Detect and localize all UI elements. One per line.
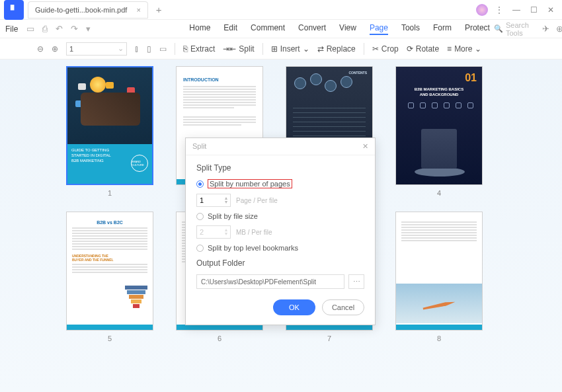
more-icon: ≡ [447,44,452,54]
thumb-number: 5 [108,334,112,342]
insert-button[interactable]: ⊞Insert⌄ [271,44,309,54]
output-folder-input[interactable]: C:\Users\ws\Desktop\PDFelement\Split [196,274,344,289]
extract-button[interactable]: ⎘Extract [183,44,215,54]
chevron-down-icon: ⌄ [118,44,124,53]
split-type-label: Split Type [196,163,364,173]
search-icon: 🔍 [494,24,503,33]
split-by-pages-radio[interactable]: Split by number of pages [196,179,364,188]
minimize-icon[interactable]: — [509,3,524,17]
page-thumbnail-8[interactable] [395,212,483,331]
page-thumbnail-4[interactable]: 01 B2B MARKETING BASICS AND BACKGROUND [395,66,483,185]
dialog-close-icon[interactable]: ✕ [362,142,368,151]
titlebar: ▘ Guide-to-getti...book-min.pdf × + ⋮ — … [0,0,562,20]
pages-number-input[interactable]: 1 ▴▾ [196,194,231,207]
thumb-number: 4 [437,189,441,197]
tab-home[interactable]: Home [189,23,210,35]
app-icon: ▘ [4,0,24,20]
tab-tools[interactable]: Tools [401,23,420,35]
close-tab-icon[interactable]: × [136,6,140,14]
insert-icon: ⊞ [271,44,278,54]
stepper-icon: ▴▾ [225,228,227,235]
close-window-icon[interactable]: ✕ [543,3,558,17]
cloud-icon[interactable]: ⊕ [556,24,562,34]
split-by-size-radio[interactable]: Split by file size [196,212,364,220]
chevron-down-icon: ⌄ [303,44,309,54]
fit-width-icon[interactable]: ⫿ [135,44,139,54]
print-icon[interactable]: ⎙ [40,24,50,34]
page-number-input[interactable]: 1 ⌄ [66,42,127,56]
menu-tabs: Home Edit Comment Convert View Page Tool… [189,23,490,35]
crop-button[interactable]: ✂Crop [372,44,399,54]
rotate-button[interactable]: ⟳Rotate [407,44,439,54]
kebab-icon[interactable]: ⋮ [492,3,506,17]
size-unit-label: MB / Per file [236,229,272,236]
output-folder-label: Output Folder [196,258,364,268]
send-icon[interactable]: ✈ [542,24,549,34]
radio-on-icon [196,180,204,188]
tab-view[interactable]: View [339,23,356,35]
page-toolbar: ⊖ ⊕ 1 ⌄ ⫿ ▯ ▭ ⎘Extract ⇥⇤Split ⊞Insert⌄ … [0,38,562,59]
ok-button[interactable]: OK [273,299,315,315]
radio-off-icon [196,245,204,252]
more-button[interactable]: ≡More⌄ [447,44,481,54]
undo-icon[interactable]: ↶ [54,24,65,34]
thumb-number: 6 [218,334,221,342]
split-icon: ⇥⇤ [223,44,236,54]
page-thumbnail-1[interactable]: GUIDE TO GETTING STARTED IN DIGITAL B2B … [66,66,153,185]
tab-page[interactable]: Page [370,23,388,35]
chevron-down-icon: ⌄ [475,44,481,54]
browse-folder-button[interactable]: ⋯ [348,274,364,289]
dialog-title: Split [192,142,206,151]
extract-icon: ⎘ [183,44,188,54]
replace-icon: ⇄ [317,44,324,54]
search-placeholder: Search Tools [506,21,529,37]
dropdown-icon[interactable]: ▾ [84,24,93,34]
document-tab[interactable]: Guide-to-getti...book-min.pdf × [28,1,148,19]
rotate-icon: ⟳ [407,44,413,54]
cancel-button[interactable]: Cancel [322,299,364,315]
tab-comment[interactable]: Comment [251,23,285,35]
radio-off-icon [196,213,204,220]
file-menu[interactable]: File [5,24,18,34]
tab-protect[interactable]: Protect [465,23,490,35]
user-avatar[interactable] [476,4,488,16]
split-dialog: Split ✕ Split Type Split by number of pa… [185,137,376,325]
thumb-number: 1 [108,189,112,197]
replace-button[interactable]: ⇄Replace [317,44,356,54]
split-by-bookmarks-radio[interactable]: Split by top level bookmarks [196,244,364,252]
split-by-bookmarks-label: Split by top level bookmarks [208,244,298,252]
tab-form[interactable]: Form [433,23,452,35]
split-by-pages-label: Split by number of pages [208,179,292,188]
single-page-icon[interactable]: ▭ [159,44,167,54]
zoom-in-icon[interactable]: ⊕ [52,44,58,54]
maximize-icon[interactable]: ☐ [526,3,541,17]
thumb-number: 7 [327,334,331,342]
menubar: File ▭ ⎙ ↶ ↷ ▾ Home Edit Comment Convert… [0,20,562,38]
zoom-out-icon[interactable]: ⊖ [37,44,44,54]
thumb-number: 8 [437,334,441,342]
tab-edit[interactable]: Edit [223,23,237,35]
split-by-size-label: Split by file size [208,212,258,220]
tab-convert[interactable]: Convert [298,23,326,35]
search-tools[interactable]: 🔍 Search Tools [494,21,529,37]
redo-icon[interactable]: ↷ [69,24,80,34]
save-icon[interactable]: ▭ [24,24,36,34]
tab-filename: Guide-to-getti...book-min.pdf [35,6,127,14]
page-thumbnail-5[interactable]: B2B vs B2C UNDERSTANDING THE BUYER AND T… [66,212,153,331]
add-tab-icon[interactable]: + [156,4,162,15]
pages-unit-label: Page / Per file [236,197,278,204]
stepper-icon[interactable]: ▴▾ [225,196,227,204]
crop-icon: ✂ [372,44,379,54]
fit-page-icon[interactable]: ▯ [147,44,151,54]
split-button[interactable]: ⇥⇤Split [223,44,254,54]
size-number-input: 2 ▴▾ [196,225,231,239]
